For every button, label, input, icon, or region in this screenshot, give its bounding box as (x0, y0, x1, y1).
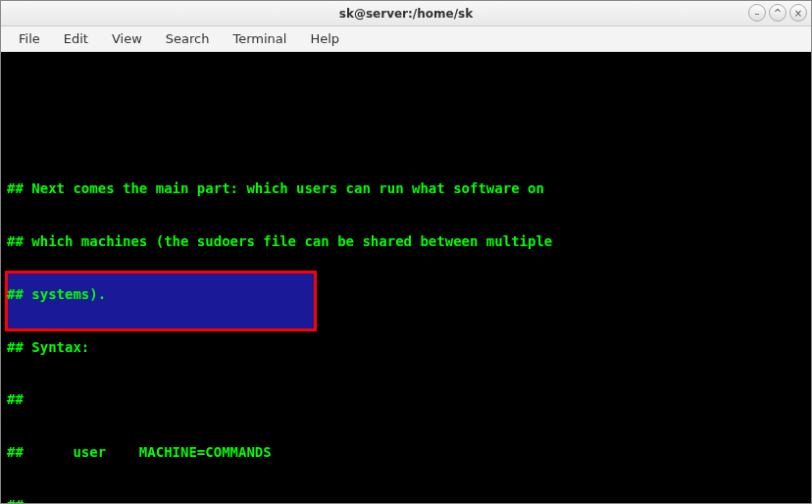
terminal-line: ## which machines (the sudoers file can … (7, 233, 805, 251)
terminal-line: ## Next comes the main part: which users… (7, 180, 805, 198)
maximize-icon: ^ (774, 8, 782, 19)
menu-view[interactable]: View (102, 28, 152, 49)
close-button[interactable]: × (789, 4, 807, 22)
terminal-line: ## (7, 497, 805, 503)
menu-search[interactable]: Search (156, 28, 220, 49)
terminal-line: ## (7, 391, 805, 409)
menu-file[interactable]: File (9, 28, 50, 49)
terminal-window: sk@server:/home/sk – ^ × File Edit View … (0, 0, 812, 504)
terminal-area[interactable]: ## Next comes the main part: which users… (1, 52, 811, 503)
titlebar: sk@server:/home/sk – ^ × (1, 1, 811, 26)
terminal-line: ## Syntax: (7, 339, 805, 357)
maximize-button[interactable]: ^ (769, 4, 787, 22)
terminal-line: ## user MACHINE=COMMANDS (7, 444, 805, 462)
close-icon: × (794, 8, 802, 19)
terminal-content: ## Next comes the main part: which users… (7, 111, 805, 503)
menubar: File Edit View Search Terminal Help (1, 26, 811, 52)
minimize-button[interactable]: – (748, 4, 766, 22)
menu-terminal[interactable]: Terminal (223, 28, 296, 49)
menu-help[interactable]: Help (300, 28, 349, 49)
window-controls: – ^ × (748, 4, 807, 22)
minimize-icon: – (755, 8, 760, 19)
window-title: sk@server:/home/sk (1, 7, 811, 21)
terminal-line: ## systems). (7, 286, 805, 304)
menu-edit[interactable]: Edit (54, 28, 98, 49)
